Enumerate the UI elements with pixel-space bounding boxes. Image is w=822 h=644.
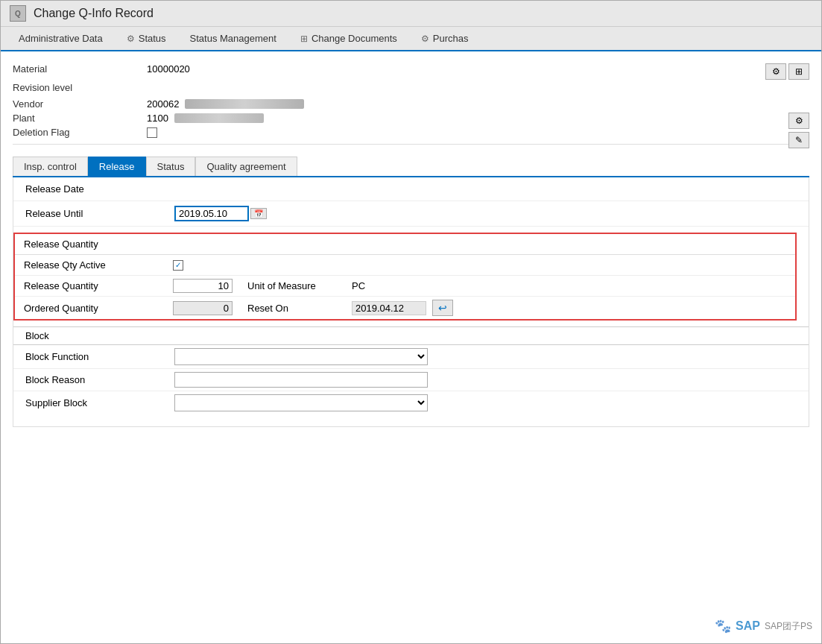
release-qty-row: Release Quantity Unit of Measure PC (15, 276, 795, 297)
purchas-icon: ⚙ (421, 34, 429, 44)
status-icon: ⚙ (127, 34, 135, 44)
plant-name-blurred (174, 113, 264, 123)
nav-tab-status-mgmt[interactable]: Status Management (178, 27, 288, 50)
block-function-label: Block Function (25, 351, 174, 362)
nav-tab-admin-label: Administrative Data (19, 33, 103, 44)
reset-on-label: Reset On (247, 303, 352, 314)
release-content: Release Date Release Until 📅 Release Qua… (13, 177, 809, 427)
supplier-block-label: Supplier Block (25, 397, 174, 408)
undo-icon: ↩ (438, 302, 447, 314)
vendor-value: 200062 (147, 98, 179, 110)
deletion-flag-row: Deletion Flag ✎ (13, 127, 809, 138)
release-date-row: Release Date (13, 177, 809, 201)
nav-tab-status-label: Status (139, 33, 166, 44)
vendor-name-blurred (185, 99, 304, 109)
undo-btn[interactable]: ↩ (432, 300, 453, 316)
nav-tab-status[interactable]: ⚙ Status (115, 27, 178, 50)
release-until-row: Release Until 📅 (13, 201, 809, 227)
qty-label: Release Quantity (24, 280, 173, 291)
inner-tabs: Insp. control Release Status Quality agr… (13, 157, 809, 177)
nav-tab-change-docs-label: Change Documents (312, 33, 397, 44)
calendar-icon: 📅 (254, 209, 263, 218)
qty-input[interactable] (173, 279, 233, 293)
inner-tab-quality-label: Quality agreement (206, 161, 285, 172)
ordered-qty-label: Ordered Quantity (24, 303, 173, 314)
edit-icon: ✎ (795, 135, 803, 145)
plant-row: Plant 1100 (13, 113, 809, 124)
sap-watermark: 🐾 SAP SAP团子PS (715, 618, 812, 634)
grid-btn-material[interactable]: ⊞ (788, 63, 809, 80)
supplier-block-select[interactable] (174, 394, 428, 411)
inner-tab-status[interactable]: Status (146, 157, 196, 176)
top-icon-group: ⚙ ⊞ (765, 63, 809, 80)
inner-tab-quality[interactable]: Quality agreement (195, 157, 297, 176)
deletion-flag-label: Deletion Flag (13, 127, 147, 138)
material-label: Material (13, 63, 147, 75)
plant-label: Plant (13, 113, 147, 124)
unit-measure-label: Unit of Measure (247, 280, 352, 291)
title-bar: Q Change Q-Info Record (1, 1, 821, 27)
material-row: Material 10000020 (13, 63, 809, 75)
release-until-label: Release Until (25, 208, 174, 219)
nav-tab-purchas[interactable]: ⚙ Purchas (409, 27, 481, 50)
vendor-link-btn[interactable]: ⚙ (788, 113, 809, 129)
revision-label: Revision level (13, 82, 147, 93)
inner-tab-status-label: Status (157, 161, 185, 172)
block-reason-label: Block Reason (25, 374, 174, 385)
vendor-link-icon: ⚙ (795, 116, 803, 126)
nav-tab-change-docs[interactable]: ⊞ Change Documents (288, 27, 409, 50)
window-title: Change Q-Info Record (34, 7, 154, 20)
calendar-btn[interactable]: 📅 (250, 208, 267, 219)
revision-row: Revision level (13, 79, 809, 95)
block-function-select[interactable] (174, 348, 428, 365)
block-reason-input[interactable] (174, 372, 428, 388)
block-header-label: Block (25, 330, 49, 341)
nav-tab-admin[interactable]: Administrative Data (7, 27, 115, 50)
sap-watermark-text: SAP团子PS (765, 620, 812, 633)
table-icon: ⊞ (300, 34, 308, 44)
release-until-input[interactable] (174, 206, 249, 221)
release-qty-header: Release Quantity (15, 234, 795, 255)
release-quantity-box: Release Quantity Release Qty Active Rele… (13, 233, 797, 321)
block-reason-row: Block Reason (13, 369, 809, 391)
reset-on-value: 2019.04.12 (352, 301, 426, 315)
sap-logo: SAP (736, 619, 760, 633)
ordered-qty-input[interactable] (173, 301, 233, 315)
inner-tab-release[interactable]: Release (88, 157, 146, 176)
qty-active-label: Release Qty Active (24, 259, 173, 271)
plant-value: 1100 (147, 113, 168, 124)
qty-active-row: Release Qty Active (15, 255, 795, 276)
deletion-edit-btn[interactable]: ✎ (788, 132, 809, 148)
main-content: ⚙ ⊞ Material 10000020 Revision level Ven… (1, 51, 821, 439)
block-header: Block (13, 326, 809, 345)
nav-tabs: Administrative Data ⚙ Status Status Mana… (1, 27, 821, 51)
block-function-row: Block Function (13, 345, 809, 369)
block-section: Block Block Function Block Reason Suppli… (13, 326, 809, 426)
release-date-label: Release Date (25, 183, 174, 195)
inner-tab-insp-control[interactable]: Insp. control (13, 157, 88, 176)
release-qty-header-label: Release Quantity (24, 239, 98, 250)
deletion-flag-checkbox[interactable] (147, 127, 157, 138)
vendor-row: Vendor 200062 ⚙ (13, 98, 809, 110)
grid-icon: ⊞ (795, 66, 803, 77)
link-btn-material[interactable]: ⚙ (765, 63, 786, 80)
window-icon: Q (10, 5, 26, 22)
unit-measure-value: PC (352, 280, 396, 291)
supplier-block-row: Supplier Block (13, 391, 809, 414)
inner-tab-release-label: Release (99, 161, 135, 172)
nav-tab-purchas-label: Purchas (433, 33, 469, 44)
inner-tab-insp-label: Insp. control (24, 161, 77, 172)
nav-tab-status-mgmt-label: Status Management (190, 33, 276, 44)
ordered-qty-row: Ordered Quantity Reset On 2019.04.12 ↩ (15, 297, 795, 319)
vendor-label: Vendor (13, 98, 147, 110)
material-value: 10000020 (147, 63, 190, 75)
qty-active-checkbox[interactable] (173, 260, 183, 271)
link-icon: ⚙ (772, 66, 780, 77)
